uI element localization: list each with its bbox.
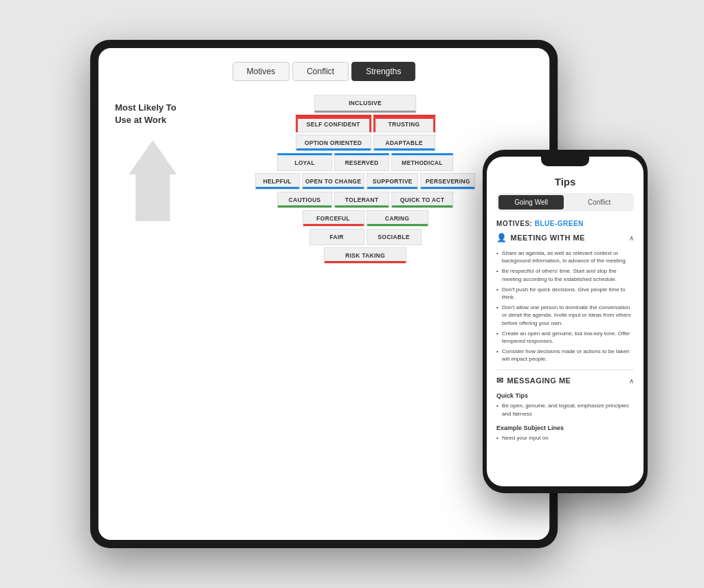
phone-screen: Tips Going Well Conflict MOTIVES: BLUE-G…	[487, 157, 644, 486]
motives-value: BLUE-GREEN	[535, 220, 584, 227]
grid-row-3: OPTION ORIENTED ADAPTABLE	[197, 135, 533, 151]
phone-notch	[541, 157, 589, 166]
cell-trusting: TRUSTING	[373, 115, 435, 133]
messaging-collapse-icon[interactable]: ∧	[629, 377, 634, 385]
tab-motives[interactable]: Motives	[232, 62, 289, 81]
meeting-tip-5: Create an open and genuine, but low-key …	[496, 330, 634, 345]
cell-supportive: SUPPORTIVE	[366, 173, 418, 190]
quick-tip-1: Be open, genuine, and logical; emphasize…	[496, 402, 634, 417]
phone-content: Tips Going Well Conflict MOTIVES: BLUE-G…	[487, 157, 644, 486]
meeting-tip-1: Share an agenda, as well as relevant con…	[496, 249, 634, 264]
arrow-body	[135, 173, 170, 221]
cell-sociable: SOCIABLE	[366, 229, 421, 245]
example-tips-list: Need your input on	[496, 434, 634, 442]
cell-helpful: HELPFUL	[255, 173, 300, 190]
cell-cautious: CAUTIOUS	[277, 192, 332, 208]
tab-conflict[interactable]: Conflict	[292, 62, 349, 81]
cell-option-oriented: OPTION ORIENTED	[296, 135, 371, 151]
meeting-tip-3: Don't push for quick decisions. Give peo…	[496, 286, 634, 301]
arrow-up-head	[129, 140, 177, 174]
meeting-title: 👤 MEETING WITH ME	[496, 233, 585, 242]
messaging-title: ✉ MESSAGING ME	[496, 376, 571, 385]
quick-tips-label: Quick Tips	[496, 392, 634, 399]
chart-area: Most Likely To Use at Work INCLUSIVE	[115, 95, 533, 266]
tab-strengths[interactable]: Strengths	[351, 62, 415, 81]
meeting-tips-list: Share an agenda, as well as relevant con…	[496, 249, 634, 363]
tablet-content: Motives Conflict Strengths Most Likely T…	[98, 48, 549, 540]
cell-tolerant: TOLERANT	[334, 192, 389, 208]
meeting-section-header: 👤 MEETING WITH ME ∧	[496, 233, 634, 245]
meeting-tip-4: Don't allow one person to dominate the c…	[496, 304, 634, 327]
phone-tabs: Going Well Conflict	[496, 193, 634, 212]
cell-self-confident: SELF CONFIDENT	[296, 115, 371, 133]
cell-forceful: FORCEFUL	[302, 210, 364, 227]
cell-inclusive: INCLUSIVE	[314, 95, 416, 113]
section-divider	[496, 370, 634, 370]
example-tip-1: Need your input on	[496, 434, 634, 442]
cell-loyal: LOYAL	[277, 153, 332, 171]
meeting-tip-2: Be respectful of others' time. Start and…	[496, 267, 634, 282]
example-label: Example Subject Lines	[496, 425, 634, 431]
grid-row-2: SELF CONFIDENT TRUSTING	[197, 115, 533, 133]
messaging-section-header: ✉ MESSAGING ME ∧	[496, 376, 634, 388]
meeting-collapse-icon[interactable]: ∧	[629, 234, 634, 242]
phone: Tips Going Well Conflict MOTIVES: BLUE-G…	[483, 150, 648, 493]
chart-label: Most Likely To Use at Work	[115, 95, 190, 126]
phone-tab-going-well[interactable]: Going Well	[498, 195, 564, 210]
cell-fair: FAIR	[309, 229, 364, 245]
cell-adaptable: ADAPTABLE	[373, 135, 435, 151]
meeting-tip-6: Consider how decisions made or actions t…	[496, 348, 634, 363]
arrow-up-container	[129, 133, 177, 221]
meeting-icon: 👤	[496, 233, 507, 242]
phone-title: Tips	[496, 176, 634, 188]
tablet-screen: Motives Conflict Strengths Most Likely T…	[98, 48, 549, 540]
messaging-icon: ✉	[496, 376, 504, 385]
motives-label: MOTIVES: BLUE-GREEN	[496, 220, 634, 227]
quick-tips-list: Be open, genuine, and logical; emphasize…	[496, 402, 634, 417]
phone-tab-conflict[interactable]: Conflict	[566, 195, 632, 210]
cell-persevering: PERSEVERING	[420, 173, 475, 190]
cell-methodical: METHODICAL	[391, 153, 453, 171]
tab-bar: Motives Conflict Strengths	[115, 62, 533, 81]
cell-open-to-change: OPEN TO CHANGE	[302, 173, 365, 190]
scene: Motives Conflict Strengths Most Likely T…	[0, 0, 704, 588]
cell-quick-to-act: QUICK TO ACT	[391, 192, 453, 208]
cell-risk-taking: RISK TAKING	[324, 247, 406, 264]
cell-reserved: RESERVED	[334, 153, 389, 171]
cell-caring: CARING	[366, 210, 428, 227]
grid-row-1: INCLUSIVE	[197, 95, 533, 113]
